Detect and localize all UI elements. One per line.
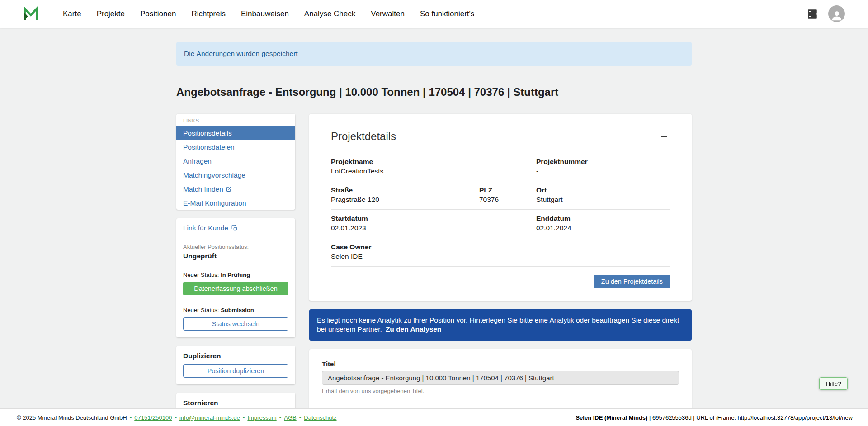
help-button[interactable]: Hilfe? <box>819 377 848 390</box>
field-label: Case Owner <box>331 243 670 251</box>
field-value: LotCreationTests <box>331 167 536 175</box>
footer-session-info: Selen IDE (Mineral Minds) | 69576255536d… <box>576 414 853 421</box>
new-status-value: Submission <box>221 307 254 314</box>
analytics-link[interactable]: Zu den Analysen <box>386 325 441 333</box>
field-label: Projektnummer <box>536 158 670 166</box>
field-label: Enddatum <box>536 215 670 223</box>
field-value: Pragstraße 120 <box>331 196 479 204</box>
nav-item-karte[interactable]: Karte <box>63 9 81 19</box>
field-label: Straße <box>331 186 479 194</box>
field-value: - <box>536 167 670 175</box>
collapse-button[interactable] <box>658 131 670 142</box>
footer-link-email[interactable]: info@mineral-minds.de <box>179 414 240 421</box>
brand-logo-icon[interactable] <box>22 5 39 23</box>
new-status-value: In Prüfung <box>221 272 250 278</box>
field-value: 02.01.2023 <box>331 224 536 232</box>
customer-link-label: Link für Kunde <box>183 224 228 232</box>
sidebar-item-label: Match finden <box>183 182 223 196</box>
field-label: Startdatum <box>331 215 536 223</box>
saved-alert: Die Änderungen wurden gespeichert <box>176 42 692 66</box>
footer-link-agb[interactable]: AGB <box>284 414 296 421</box>
field-projektnummer: Projektnummer - <box>536 158 670 175</box>
main-content: Projektdetails Projektname LotCreationTe… <box>309 114 692 426</box>
field-value: Selen IDE <box>331 253 670 261</box>
current-status-label: Aktueller Positionsstatus: <box>183 243 288 250</box>
duplicate-card: Duplizieren Position duplizieren <box>176 346 295 384</box>
footer-separator: • <box>299 414 302 421</box>
field-strasse: Straße Pragstraße 120 <box>331 186 479 204</box>
footer-link-impressum[interactable]: Impressum <box>247 414 276 421</box>
duplicate-title: Duplizieren <box>183 352 288 360</box>
nav-right-actions <box>806 5 845 22</box>
nav-item-einbauweisen[interactable]: Einbauweisen <box>241 9 289 19</box>
sidebar-item-match-finden[interactable]: Match finden <box>176 182 295 196</box>
field-label: Projektname <box>331 158 536 166</box>
field-ort: Ort Stuttgart <box>536 186 670 204</box>
sidebar-item-positionsdetails[interactable]: Positionsdetails <box>176 126 295 140</box>
person-icon <box>830 9 844 22</box>
sidebar-item-label: Anfragen <box>183 154 212 168</box>
nav-item-so-funktionierts[interactable]: So funktioniert's <box>420 9 474 19</box>
sidebar-item-positionsdateien[interactable]: Positionsdateien <box>176 140 295 154</box>
titel-input <box>322 371 679 385</box>
nav-item-positionen[interactable]: Positionen <box>140 9 176 19</box>
project-details-card: Projektdetails Projektname LotCreationTe… <box>309 114 692 301</box>
footer-link-datenschutz[interactable]: Datenschutz <box>304 414 336 421</box>
new-status-label: Neuer Status: <box>183 272 219 278</box>
titel-label: Titel <box>322 360 679 368</box>
footer-link-phone[interactable]: 07151/250100 <box>134 414 172 421</box>
new-status-line-1: Neuer Status: In Prüfung <box>183 272 288 278</box>
copy-icon <box>231 225 238 231</box>
nav-item-richtpreis[interactable]: Richtpreis <box>191 9 226 19</box>
footer-separator: • <box>175 414 177 421</box>
current-status-value: Ungeprüft <box>183 252 288 260</box>
top-navigation: Karte Projekte Positionen Richtpreis Ein… <box>0 0 868 28</box>
divider <box>176 301 295 301</box>
sidebar: LINKS Positionsdetails Positionsdateien … <box>176 114 295 426</box>
field-enddatum: Enddatum 02.01.2024 <box>536 215 670 232</box>
field-plz: PLZ 70376 <box>479 186 536 204</box>
links-card: LINKS Positionsdetails Positionsdateien … <box>176 114 295 210</box>
field-label: PLZ <box>479 186 536 194</box>
analytics-banner-text: Es liegt noch keine Analytik zu Ihrer Po… <box>317 316 679 333</box>
saved-alert-text: Die Änderungen wurden gespeichert <box>184 50 298 57</box>
page-title: Angebotsanfrage - Entsorgung | 10.000 To… <box>176 86 692 98</box>
status-card: Link für Kunde Aktueller Positionsstatus… <box>176 218 295 337</box>
footer-separator: • <box>130 414 132 421</box>
sidebar-item-label: Positionsdateien <box>183 140 235 154</box>
new-status-label: Neuer Status: <box>183 307 219 314</box>
nav-item-projekte[interactable]: Projekte <box>97 9 125 19</box>
minus-icon <box>661 136 667 137</box>
user-avatar[interactable] <box>828 5 845 22</box>
sidebar-item-matchingvorschlaege[interactable]: Matchingvorschläge <box>176 168 295 182</box>
customer-link[interactable]: Link für Kunde <box>183 224 238 232</box>
sidebar-item-label: E-Mail Konfiguration <box>183 196 246 210</box>
duplicate-position-button[interactable]: Position duplizieren <box>183 364 288 378</box>
sidebar-item-label: Matchingvorschläge <box>183 168 245 182</box>
complete-data-entry-button[interactable]: Datenerfassung abschließen <box>183 282 288 295</box>
sidebar-item-anfragen[interactable]: Anfragen <box>176 154 295 168</box>
switch-status-button[interactable]: Status wechseln <box>183 317 288 331</box>
field-value: 02.01.2024 <box>536 224 670 232</box>
analytics-banner: Es liegt noch keine Analytik zu Ihrer Po… <box>309 309 692 341</box>
go-to-project-details-button[interactable]: Zu den Projektdetails <box>594 275 670 288</box>
field-startdatum: Startdatum 02.01.2023 <box>331 215 536 232</box>
project-fields: Projektname LotCreationTests Projektnumm… <box>331 153 670 267</box>
page-scroll-area: Die Änderungen wurden gespeichert Angebo… <box>0 28 868 426</box>
divider <box>176 266 295 266</box>
nav-item-verwalten[interactable]: Verwalten <box>371 9 405 19</box>
main-nav: Karte Projekte Positionen Richtpreis Ein… <box>63 9 474 19</box>
project-details-title: Projektdetails <box>331 130 396 143</box>
field-projektname: Projektname LotCreationTests <box>331 158 536 175</box>
nav-item-analyse-check[interactable]: Analyse Check <box>304 9 355 19</box>
sidebar-item-email-konfiguration[interactable]: E-Mail Konfiguration <box>176 196 295 210</box>
links-header: LINKS <box>176 114 295 126</box>
footer-separator: • <box>279 414 282 421</box>
server-icon[interactable] <box>806 8 819 20</box>
footer-user: Selen IDE (Mineral Minds) <box>576 414 647 421</box>
titel-helper: Erhält den von uns vorgegebenen Titel. <box>322 388 679 394</box>
new-status-line-2: Neuer Status: Submission <box>183 307 288 314</box>
cancel-title: Stornieren <box>183 399 288 407</box>
sidebar-item-label: Positionsdetails <box>183 126 232 140</box>
footer-separator: • <box>243 414 245 421</box>
